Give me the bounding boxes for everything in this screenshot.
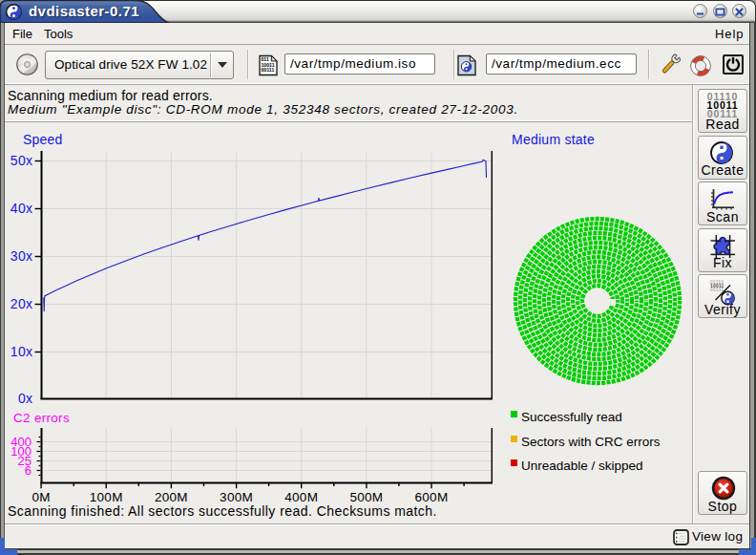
- svg-text:Successfully read: Successfully read: [521, 410, 622, 424]
- svg-text:6: 6: [25, 463, 32, 478]
- svg-text:30x: 30x: [10, 248, 33, 264]
- svg-text:40x: 40x: [10, 201, 33, 216]
- svg-text:Sectors with CRC errors: Sectors with CRC errors: [521, 435, 661, 449]
- svg-text:20x: 20x: [10, 296, 33, 311]
- svg-text:50x: 50x: [10, 153, 33, 168]
- svg-text:300M: 300M: [220, 490, 253, 504]
- svg-text:0x: 0x: [18, 391, 33, 406]
- svg-text:Scanning finished: All sectors: Scanning finished: All sectors successfu…: [8, 503, 437, 519]
- svg-text:00111: 00111: [262, 67, 275, 73]
- svg-text:10x: 10x: [10, 344, 33, 359]
- svg-text:600M: 600M: [415, 490, 449, 504]
- svg-text:200M: 200M: [155, 490, 188, 504]
- svg-text:Unreadable / skipped: Unreadable / skipped: [521, 459, 643, 473]
- svg-text:Medium state: Medium state: [512, 132, 595, 147]
- svg-text:0M: 0M: [32, 490, 50, 504]
- svg-text:100M: 100M: [90, 490, 123, 504]
- svg-text:400M: 400M: [284, 490, 318, 504]
- svg-text:500M: 500M: [349, 490, 383, 504]
- svg-text:C2 errors: C2 errors: [13, 411, 70, 425]
- svg-text:Speed: Speed: [23, 132, 62, 147]
